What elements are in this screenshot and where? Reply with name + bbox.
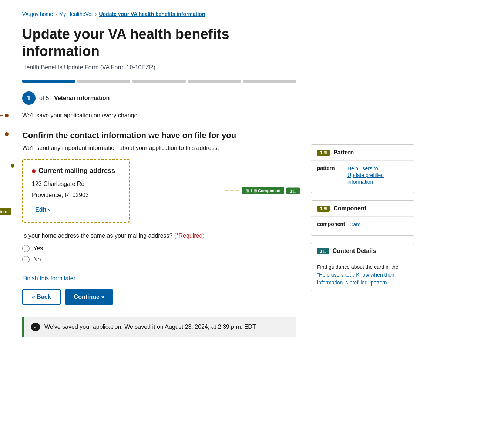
component-panel-badge: 1 ⊞ (317, 206, 330, 212)
button-row: « Back Continue » (22, 289, 296, 305)
component-value: Card (349, 221, 360, 228)
component-panel: 1 ⊞ Component component Card (311, 200, 414, 236)
breadcrumb-sep2: › (95, 11, 97, 17)
content-panel-badge: 1 □ (317, 248, 329, 254)
page-title: Update your VA health benefits informati… (22, 26, 296, 60)
component-panel-body: component Card (311, 216, 414, 235)
pattern-link-1[interactable]: Help users to... (347, 166, 382, 171)
address-line2: Providence, RI 02903 (32, 190, 120, 200)
component-link[interactable]: Card (349, 221, 360, 227)
h4-dot (11, 164, 14, 168)
radio-yes[interactable]: Yes (22, 245, 296, 252)
progress-segment-5 (243, 80, 296, 83)
step-number: 1 (22, 91, 36, 105)
pattern-label: pattern (317, 165, 343, 185)
component-label: component (317, 221, 345, 228)
step-text: of 5 Veteran information (39, 95, 110, 101)
content-badge-num: 1 (320, 249, 322, 253)
pattern-panel-header: 1 ⊞ Pattern (311, 145, 414, 160)
breadcrumb: VA.gov home › My HealtheVet › Update you… (22, 11, 296, 17)
content-details-panel: 1 □ Content Details Find guidance about … (311, 243, 414, 291)
pattern-panel-body: pattern Help users to... Update prefille… (311, 160, 414, 193)
radio-no-input[interactable] (22, 256, 30, 263)
h2-dot (5, 114, 9, 117)
comp-badge-num: 1 (320, 206, 322, 211)
required-dot (32, 169, 36, 173)
save-check-icon: ✓ (31, 323, 40, 331)
pattern-panel-badge: 1 ⊞ (317, 150, 330, 156)
breadcrumb-home[interactable]: VA.gov home (22, 11, 53, 17)
badge-connector (225, 191, 239, 191)
form-subtitle: Health Benefits Update Form (VA Form 10-… (22, 64, 296, 71)
address-line1: 123 Charlesgate Rd (32, 179, 120, 189)
back-button[interactable]: « Back (22, 289, 61, 305)
breadcrumb-current: Update your VA health benefits informati… (99, 11, 205, 17)
content-desc-link[interactable]: "Help users to… Know when their informat… (317, 272, 394, 286)
h4-annotation: h4 styled as h3 (0, 163, 14, 169)
section-heading: Confirm the contact information we have … (22, 131, 296, 140)
pattern-link-2[interactable]: Update prefilled information (347, 172, 384, 185)
section-wrapper: h 3 Confirm the contact information we h… (22, 131, 296, 140)
save-notice: ✓ We've saved your application. We saved… (22, 317, 296, 337)
component-badge-1: ⊞ 1 ⊞ Component (242, 187, 284, 194)
progress-bar (22, 80, 296, 83)
breadcrumb-sep1: › (55, 11, 57, 17)
edit-link[interactable]: Edit › (32, 206, 53, 214)
pattern-panel: 1 ⊞ Pattern pattern Help users to... Upd… (311, 144, 414, 193)
progress-segment-4 (188, 80, 241, 83)
continue-button[interactable]: Continue » (65, 289, 114, 305)
comp-badge-sym: ⊞ (323, 206, 327, 211)
breadcrumb-parent[interactable]: My HealtheVet (59, 11, 93, 17)
h2-annotation: h 2 (0, 112, 9, 119)
pattern-values: Help users to... Update prefilled inform… (347, 165, 408, 185)
content-panel-title: Content Details (333, 248, 376, 254)
section-description: We'll send any important information abo… (22, 145, 296, 151)
comp-icon: ⊞ (245, 188, 249, 193)
comp-text: 1 ⊞ Component (250, 188, 280, 193)
content-panel-header: 1 □ Content Details (311, 243, 414, 259)
h2-dashed-line (0, 115, 3, 116)
finish-later-link[interactable]: Finish this form later (22, 275, 296, 282)
radio-no-label: No (33, 256, 41, 263)
pattern-badge-left: ⊞ 1 Pattern (0, 208, 11, 215)
autosave-notice: h 2 We'll save your application on every… (22, 112, 296, 119)
step-indicator: 1 of 5 Veteran information (22, 91, 296, 105)
radio-no[interactable]: No (22, 256, 296, 263)
address-card-title: Current mailing address (32, 167, 120, 175)
component-panel-title: Component (333, 205, 366, 212)
component-panel-header: 1 ⊞ Component (311, 201, 414, 216)
h4-dashed-line (0, 166, 9, 166)
component-badge-2: 1 □ (286, 187, 300, 194)
address-card-title-text: Current mailing address (38, 167, 115, 175)
pattern-panel-title: Pattern (333, 149, 354, 156)
comp2-text: 1 □ (290, 188, 296, 193)
address-card: Current mailing address 123 Charlesgate … (22, 159, 130, 223)
radio-yes-input[interactable] (22, 245, 30, 252)
content-panel-body: Find guidance about the card in the "Hel… (311, 259, 414, 291)
h3-dot (5, 132, 9, 136)
pattern-badge-text: 1 Pattern (0, 210, 7, 214)
content-desc-suffix: . (389, 280, 390, 286)
pattern-badge-sym: ⊞ (323, 150, 327, 155)
h3-annotation: h 3 (0, 131, 9, 137)
progress-segment-1 (22, 80, 75, 83)
h3-dashed-line (0, 134, 3, 134)
autosave-text: We'll save your application on every cha… (22, 112, 139, 119)
required-label: (*Required) (174, 233, 205, 239)
radio-question: Is your home address the same as your ma… (22, 231, 296, 240)
progress-segment-2 (77, 80, 130, 83)
component-row: component Card (317, 221, 408, 228)
radio-yes-label: Yes (33, 245, 43, 252)
sidebar: 1 ⊞ Pattern pattern Help users to... Upd… (311, 11, 414, 337)
pattern-row: pattern Help users to... Update prefille… (317, 165, 408, 185)
pattern-badge-num: 1 (320, 150, 322, 155)
radio-question-text: Is your home address the same as your ma… (22, 233, 172, 239)
address-card-wrapper: h4 styled as h3 ⊞ 1 Pattern Current mail… (22, 159, 296, 223)
save-notice-text: We've saved your application. We saved i… (44, 324, 257, 330)
content-badge-sym: □ (323, 249, 326, 253)
floating-component-badges: ⊞ 1 ⊞ Component 1 □ (225, 187, 300, 194)
progress-segment-3 (132, 80, 185, 83)
content-desc-text: Find guidance about the card in the (317, 264, 399, 270)
